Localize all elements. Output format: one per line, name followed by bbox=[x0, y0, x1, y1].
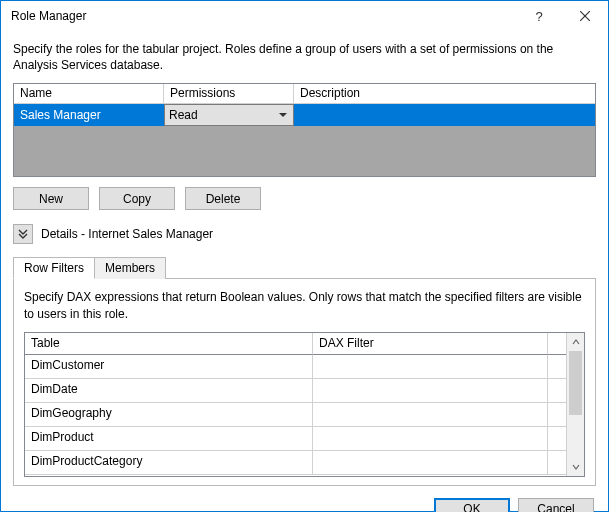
dialog-body: Specify the roles for the tabular projec… bbox=[1, 31, 608, 486]
table-row[interactable]: DimProductCategory bbox=[25, 451, 566, 475]
titlebar: Role Manager ? bbox=[1, 1, 608, 31]
scroll-thumb[interactable] bbox=[569, 351, 582, 415]
role-buttons-row: New Copy Delete bbox=[13, 187, 596, 210]
roles-grid[interactable]: Name Permissions Description Sales Manag… bbox=[13, 83, 596, 177]
table-row[interactable]: DimDate bbox=[25, 379, 566, 403]
cancel-button[interactable]: Cancel bbox=[518, 498, 594, 512]
table-row[interactable]: DimGeography bbox=[25, 403, 566, 427]
scroll-up-button[interactable] bbox=[567, 333, 584, 351]
filters-grid-header: Table DAX Filter bbox=[25, 333, 566, 355]
roles-grid-row[interactable]: Sales Manager Read bbox=[14, 104, 595, 126]
filter-dax-cell[interactable] bbox=[313, 403, 548, 426]
filter-table-cell[interactable]: DimProductCategory bbox=[25, 451, 313, 474]
column-header-end bbox=[548, 333, 566, 355]
table-row[interactable]: DimCustomer bbox=[25, 355, 566, 379]
chevron-up-icon bbox=[572, 338, 580, 346]
delete-button[interactable]: Delete bbox=[185, 187, 261, 210]
table-row[interactable]: DimProduct bbox=[25, 427, 566, 451]
filter-dax-cell[interactable] bbox=[313, 451, 548, 474]
permissions-value: Read bbox=[169, 108, 198, 122]
details-label: Details - Internet Sales Manager bbox=[41, 227, 213, 241]
details-header: Details - Internet Sales Manager bbox=[13, 224, 596, 244]
tab-row-filters[interactable]: Row Filters bbox=[13, 257, 95, 279]
close-button[interactable] bbox=[562, 1, 608, 31]
role-description-cell[interactable] bbox=[294, 104, 595, 126]
filter-table-cell[interactable]: DimCustomer bbox=[25, 355, 313, 378]
close-icon bbox=[580, 11, 590, 21]
filter-table-cell[interactable]: DimDate bbox=[25, 379, 313, 402]
intro-text: Specify the roles for the tabular projec… bbox=[13, 41, 596, 73]
new-button[interactable]: New bbox=[13, 187, 89, 210]
role-manager-dialog: Role Manager ? Specify the roles for the… bbox=[0, 0, 609, 512]
scroll-track[interactable] bbox=[567, 351, 584, 458]
filter-dax-cell[interactable] bbox=[313, 427, 548, 450]
column-header-table[interactable]: Table bbox=[25, 333, 313, 355]
filter-table-cell[interactable]: DimProduct bbox=[25, 427, 313, 450]
chevron-down-icon bbox=[572, 463, 580, 471]
filters-grid[interactable]: Table DAX Filter DimCustomer DimDate bbox=[24, 332, 585, 477]
tab-members[interactable]: Members bbox=[94, 257, 166, 279]
filters-scrollbar[interactable] bbox=[566, 333, 584, 476]
dialog-button-row: OK Cancel bbox=[1, 486, 608, 512]
chevron-down-double-icon bbox=[17, 228, 29, 240]
copy-button[interactable]: Copy bbox=[99, 187, 175, 210]
column-header-dax[interactable]: DAX Filter bbox=[313, 333, 548, 355]
column-header-permissions[interactable]: Permissions bbox=[164, 84, 294, 104]
permissions-dropdown[interactable]: Read bbox=[164, 104, 294, 126]
row-filters-intro: Specify DAX expressions that return Bool… bbox=[24, 289, 585, 321]
role-name-cell[interactable]: Sales Manager bbox=[14, 104, 164, 126]
filter-dax-cell[interactable] bbox=[313, 355, 548, 378]
filters-grid-main: Table DAX Filter DimCustomer DimDate bbox=[25, 333, 566, 476]
column-header-name[interactable]: Name bbox=[14, 84, 164, 104]
details-toggle[interactable] bbox=[13, 224, 33, 244]
help-button[interactable]: ? bbox=[516, 1, 562, 31]
row-filters-panel: Specify DAX expressions that return Bool… bbox=[13, 278, 596, 485]
roles-grid-header: Name Permissions Description bbox=[14, 84, 595, 104]
column-header-description[interactable]: Description bbox=[294, 84, 595, 104]
filters-grid-body: DimCustomer DimDate DimGeography bbox=[25, 355, 566, 476]
filter-table-cell[interactable]: DimGeography bbox=[25, 403, 313, 426]
scroll-down-button[interactable] bbox=[567, 458, 584, 476]
filter-dax-cell[interactable] bbox=[313, 379, 548, 402]
tabs: Row Filters Members bbox=[13, 256, 596, 278]
ok-button[interactable]: OK bbox=[434, 498, 510, 512]
window-title: Role Manager bbox=[1, 9, 516, 23]
